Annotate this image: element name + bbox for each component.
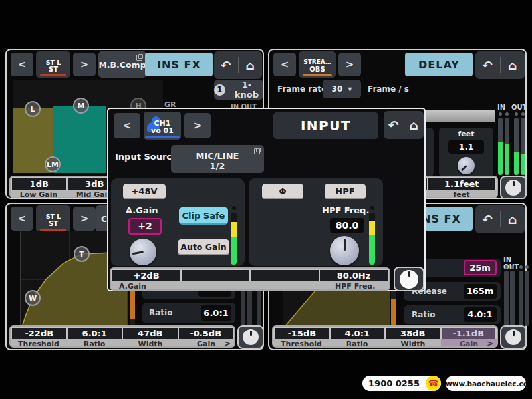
ratio-label: Ratio xyxy=(412,310,435,319)
system-nav: ↶ ⌂ xyxy=(384,111,424,139)
again-value-box[interactable]: +2 xyxy=(128,218,162,235)
copy-icon xyxy=(136,54,143,61)
home-icon[interactable]: ⌂ xyxy=(501,51,525,79)
feet-value[interactable]: 1.1 xyxy=(448,140,484,154)
ratio-label: Ratio xyxy=(149,308,172,317)
width-handle[interactable]: W xyxy=(25,290,41,306)
tab-ins-fx[interactable]: INS FX xyxy=(145,53,213,76)
param-value[interactable]: 6.0:1 xyxy=(68,328,122,339)
next-channel-button[interactable]: > xyxy=(73,53,96,76)
touch-knob-button[interactable] xyxy=(500,325,527,349)
attack-value-box[interactable]: 25m xyxy=(464,260,497,275)
band-handle-l[interactable]: L xyxy=(25,101,41,117)
param-value[interactable]: 1dB xyxy=(12,178,66,190)
param-value[interactable] xyxy=(182,270,249,281)
out-meter xyxy=(521,118,525,175)
meter-peak-led xyxy=(515,112,518,116)
prev-channel-button[interactable]: < xyxy=(273,53,296,76)
channel-name: ST xyxy=(36,66,70,74)
in-meter xyxy=(504,271,509,326)
touch-knob-button[interactable] xyxy=(500,176,527,200)
channel-select-button[interactable]: ST L ST xyxy=(36,51,70,78)
param-value[interactable]: 80.0Hz xyxy=(320,270,388,281)
hpf-level-meter xyxy=(369,206,375,265)
channel-select-button[interactable]: STREA… OBS xyxy=(299,51,336,78)
param-value[interactable]: -22dB xyxy=(12,328,66,339)
param-value[interactable]: -15dB xyxy=(275,328,329,339)
hpf-button[interactable]: HPF xyxy=(325,184,366,200)
hpf-freq-knob[interactable] xyxy=(330,236,359,265)
channel-id: ST L xyxy=(36,59,70,66)
phantom-48v-button[interactable]: +48V xyxy=(123,184,166,200)
next-channel-button[interactable]: > xyxy=(338,53,361,76)
in-label: IN xyxy=(497,104,505,111)
frame-rate-label: Frame rate xyxy=(277,84,327,94)
prev-channel-button[interactable]: < xyxy=(11,207,33,231)
meter-peak-led xyxy=(521,112,525,116)
tab-delay[interactable]: DELAY xyxy=(405,53,473,76)
channel-select-button[interactable]: ST L ST xyxy=(36,205,70,232)
chevron-right-icon[interactable]: > xyxy=(487,339,493,348)
peak-led xyxy=(370,206,374,210)
auto-gain-button[interactable]: Auto Gain xyxy=(178,239,229,255)
param-value[interactable]: +2dB xyxy=(112,270,180,281)
param-label xyxy=(254,281,322,291)
param-label: Threshold xyxy=(273,339,329,348)
home-icon[interactable]: ⌂ xyxy=(501,205,525,233)
parameter-footer: -22dB 6.0:1 47dB -0.5dB Threshold Ratio … xyxy=(9,325,235,348)
clip-safe-button[interactable]: Clip Safe xyxy=(179,207,228,225)
hpf-group: Φ HPF HPF Freq. 80.0 xyxy=(249,178,383,266)
website-url: www.baochauelec.com xyxy=(446,380,526,388)
next-channel-button[interactable]: > xyxy=(184,113,211,138)
touch-knob-button[interactable] xyxy=(394,267,424,291)
in-meter xyxy=(505,118,509,175)
param-value[interactable]: 1.1feet xyxy=(428,178,495,190)
chevron-right-icon[interactable]: > xyxy=(224,339,231,348)
one-knob-label: 1-knob xyxy=(230,80,263,100)
param-value[interactable]: -0.5dB xyxy=(179,328,233,339)
gain-level-meter xyxy=(231,206,237,265)
phase-button[interactable]: Φ xyxy=(262,184,303,200)
frame-rate-dropdown[interactable]: 30 ▼ xyxy=(323,80,361,98)
undo-icon[interactable]: ↶ xyxy=(475,205,500,233)
level-bar xyxy=(369,213,375,265)
undo-icon[interactable]: ↶ xyxy=(475,51,500,79)
hpf-freq-label: HPF Freq. xyxy=(322,205,369,215)
param-label: Ratio xyxy=(329,339,385,348)
input-dialog: < CH1 vo 01 > INPUT ↶ ⌂ Input Source MIC… xyxy=(107,108,426,291)
undo-icon[interactable]: ↶ xyxy=(384,111,404,139)
undo-icon[interactable]: ↶ xyxy=(214,51,238,79)
band-handle-m[interactable]: M xyxy=(73,98,89,114)
input-source-line1: MIC/LINE xyxy=(171,151,264,161)
next-channel-button[interactable]: > xyxy=(73,207,96,231)
prev-channel-button[interactable]: < xyxy=(114,113,140,138)
home-icon[interactable]: ⌂ xyxy=(404,111,424,139)
frame-rate-value: 30 xyxy=(332,84,343,94)
hpf-freq-value-box[interactable]: 80.0 xyxy=(330,218,364,233)
one-knob-button[interactable]: 1 1-knob xyxy=(214,80,263,100)
param-value[interactable]: 4.0:1 xyxy=(331,328,385,339)
ratio-value-box[interactable]: 6.0:1 xyxy=(201,305,231,321)
band-handle-lm[interactable]: LM xyxy=(45,156,61,172)
parameter-footer: -15dB 4.0:1 38dB -1.1dB Threshold Ratio … xyxy=(272,325,498,348)
input-source-label: Input Source xyxy=(115,152,178,162)
again-knob[interactable] xyxy=(130,239,156,265)
mixer-screen: < ST L ST > M.B.Comp INS FX ↶ ⌂ L M H LM… xyxy=(0,0,532,399)
feet-knob[interactable] xyxy=(458,157,475,174)
input-source-button[interactable]: MIC/LINE 1/2 xyxy=(171,145,264,173)
gain-group: +48V A.Gain +2 Clip Safe Auto Gain xyxy=(111,178,245,266)
param-value[interactable] xyxy=(251,270,319,281)
param-value[interactable]: 47dB xyxy=(123,328,178,339)
prev-channel-button[interactable]: < xyxy=(11,53,33,76)
dialog-title: INPUT xyxy=(273,112,378,139)
release-value-box[interactable]: 165m xyxy=(464,284,497,299)
home-icon[interactable]: ⌂ xyxy=(239,51,263,79)
param-value[interactable]: 38dB xyxy=(386,328,440,339)
threshold-handle[interactable]: T xyxy=(74,246,90,262)
ratio-value-box[interactable]: 4.0:1 xyxy=(464,307,497,322)
touch-knob-button[interactable] xyxy=(237,325,264,349)
library-button[interactable]: M.B.Comp xyxy=(98,51,146,78)
param-value[interactable]: -1.1dB xyxy=(442,328,496,339)
channel-name: vo 01 xyxy=(144,127,181,135)
channel-select-button[interactable]: CH1 vo 01 xyxy=(144,112,181,140)
